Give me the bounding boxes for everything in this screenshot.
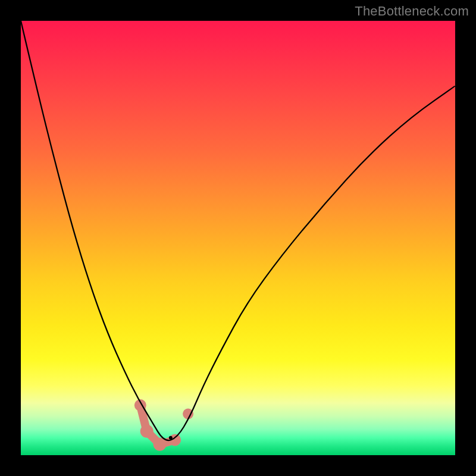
outer-frame: TheBottleneck.com [0,0,476,476]
dot-left-lower [140,425,154,438]
curve-layer [21,21,455,455]
mismatch-curve [21,21,455,440]
watermark-text: TheBottleneck.com [355,4,469,19]
plot-area [21,21,455,455]
